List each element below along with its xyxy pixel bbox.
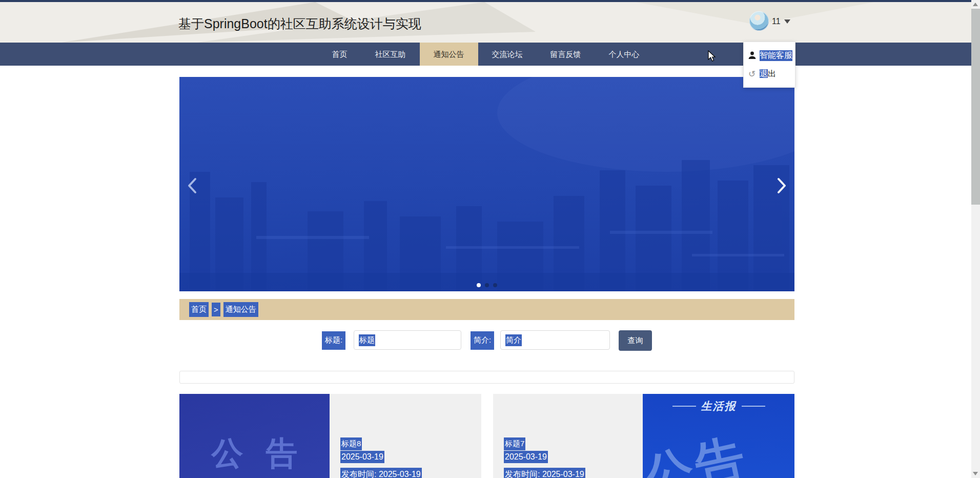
carousel-dot[interactable] (493, 283, 497, 287)
nav-item-personal-center[interactable]: 个人中心 (595, 43, 654, 66)
title-label: 标题: (322, 331, 345, 350)
cityscape-image (179, 77, 794, 291)
carousel-prev-button[interactable] (183, 175, 201, 196)
banner-carousel (179, 77, 794, 291)
caret-down-icon (784, 19, 790, 24)
nav-item-home[interactable]: 首页 (318, 43, 361, 66)
notice-title: 标题7 (504, 437, 525, 450)
user-menu-trigger[interactable]: 11 (772, 14, 790, 29)
empty-list-panel (179, 371, 794, 384)
header-decoration (0, 2, 971, 43)
notice-image[interactable]: 生活报 公告 (643, 394, 794, 478)
main-nav: 首页 社区互助 通知公告 交流论坛 留言反馈 个人中心 (0, 43, 971, 66)
nav-item-feedback[interactable]: 留言反馈 (537, 43, 595, 66)
carousel-dot[interactable] (477, 283, 481, 287)
title-input-value: 标题 (359, 334, 375, 346)
notice-date: 2025-03-19 (504, 451, 548, 463)
menu-item-label: 智能客服 (760, 50, 792, 61)
search-form: 标题: 标题 简介: 简介 查询 (179, 328, 794, 353)
title-input[interactable]: 标题 (354, 330, 461, 350)
breadcrumb: 首页 > 通知公告 (179, 299, 794, 320)
menu-item-label-selected: 退 (760, 69, 768, 78)
page-title: 基于SpringBoot的社区互助系统设计与实现 (178, 15, 421, 32)
notice-image-text: 公告 (643, 425, 754, 478)
avatar[interactable] (749, 11, 769, 31)
carousel-dot[interactable] (485, 283, 489, 287)
menu-item-label-rest: 出 (768, 69, 776, 78)
notice-publish-time: 发布时间: 2025-03-19 (504, 468, 585, 478)
username: 11 (772, 17, 781, 26)
nav-item-notices[interactable]: 通知公告 (420, 43, 478, 66)
scrollbar[interactable] (971, 0, 980, 478)
query-button[interactable]: 查询 (619, 330, 652, 351)
breadcrumb-home[interactable]: 首页 (189, 302, 209, 317)
carousel-next-button[interactable] (773, 175, 790, 196)
breadcrumb-current: 通知公告 (223, 302, 258, 317)
nav-item-community-help[interactable]: 社区互助 (361, 43, 420, 66)
nav-item-forum[interactable]: 交流论坛 (478, 43, 537, 66)
masthead-rule (672, 406, 696, 407)
scroll-down-icon[interactable] (973, 472, 978, 475)
notice-cards: 公告 标题8 2025-03-19 发布时间: 2025-03-19 标题7 2… (179, 394, 794, 478)
intro-input-value: 简介 (505, 334, 522, 346)
scroll-up-icon[interactable] (973, 3, 978, 6)
notice-publish-time: 发布时间: 2025-03-19 (340, 468, 422, 478)
chevron-right-icon (775, 177, 788, 194)
masthead-rule (742, 406, 765, 407)
breadcrumb-separator: > (212, 303, 220, 316)
logout-icon: ↺ (748, 70, 756, 78)
carousel-dots (179, 283, 794, 287)
masthead-text: 生活报 (701, 399, 737, 413)
menu-item-smart-service[interactable]: 智能客服 (744, 46, 795, 65)
notice-image-masthead: 生活报 (643, 399, 794, 413)
notice-title: 标题8 (340, 437, 362, 450)
header: 基于SpringBoot的社区互助系统设计与实现 11 (0, 2, 971, 43)
notice-image[interactable]: 公告 (179, 394, 330, 478)
person-icon (748, 51, 756, 59)
notice-card[interactable]: 标题7 2025-03-19 发布时间: 2025-03-19 (493, 394, 643, 478)
intro-label: 简介: (471, 331, 494, 350)
notice-date: 2025-03-19 (340, 451, 384, 463)
intro-input[interactable]: 简介 (500, 330, 610, 350)
chevron-left-icon (186, 177, 198, 194)
menu-item-logout[interactable]: ↺ 退出 (744, 65, 795, 83)
page: 基于SpringBoot的社区互助系统设计与实现 11 首页 社区互助 通知公告… (0, 0, 980, 478)
notice-image-text: 公告 (179, 432, 330, 475)
notice-card[interactable]: 标题8 2025-03-19 发布时间: 2025-03-19 (330, 394, 481, 478)
user-dropdown-menu: 智能客服 ↺ 退出 (743, 42, 795, 88)
scrollbar-thumb[interactable] (971, 9, 980, 205)
